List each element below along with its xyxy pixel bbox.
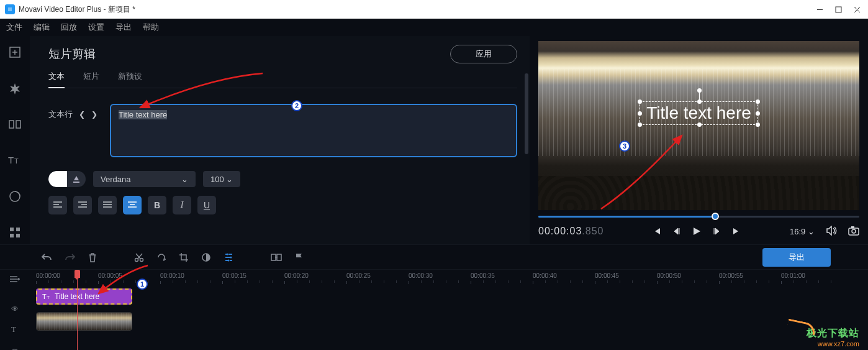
svg-text:T: T: [47, 295, 50, 300]
align-justify-button[interactable]: [98, 196, 117, 214]
color-adjust-icon[interactable]: [201, 252, 211, 262]
ruler-mark: 00:00:15: [222, 272, 246, 279]
seek-thumb[interactable]: [712, 213, 719, 220]
color-swatch[interactable]: [48, 171, 67, 187]
resize-handle[interactable]: [756, 122, 760, 127]
italic-button[interactable]: I: [173, 196, 191, 214]
prev-text-icon[interactable]: ❮: [79, 110, 85, 119]
filters-icon[interactable]: [6, 80, 24, 97]
next-clip-icon[interactable]: [731, 226, 742, 236]
track-title-icon: T: [11, 325, 19, 334]
marker-icon[interactable]: [294, 252, 303, 262]
minimize-button[interactable]: [816, 6, 823, 13]
resize-handle[interactable]: [638, 111, 642, 116]
track-link-icon[interactable]: [11, 346, 19, 350]
underline-button[interactable]: U: [197, 196, 216, 214]
prev-clip-icon[interactable]: [651, 226, 662, 236]
svg-point-19: [227, 253, 228, 255]
text-color-picker[interactable]: [48, 171, 86, 187]
add-media-icon[interactable]: [6, 44, 24, 61]
menu-export[interactable]: 导出: [115, 22, 132, 33]
play-icon[interactable]: [691, 226, 702, 236]
menu-playback[interactable]: 回放: [61, 22, 77, 33]
text-line-label: 文本行: [48, 109, 73, 120]
preview-canvas[interactable]: Title text here 3: [538, 41, 859, 210]
ruler-mark: 00:00:30: [409, 272, 433, 279]
redo-icon[interactable]: [65, 252, 76, 262]
rotate-handle[interactable]: [697, 88, 702, 93]
svg-rect-11: [16, 234, 20, 237]
track-visible-icon[interactable]: 👁: [11, 305, 19, 313]
resize-handle[interactable]: [756, 99, 760, 104]
svg-text:T: T: [42, 293, 47, 300]
svg-rect-10: [10, 234, 14, 237]
timeline-body[interactable]: 00:00:0000:00:0500:00:1000:00:1500:00:20…: [30, 270, 868, 350]
ruler-mark: 00:00:25: [346, 272, 371, 279]
resize-handle[interactable]: [638, 122, 642, 127]
svg-text:T: T: [14, 157, 19, 165]
align-left-button[interactable]: [48, 196, 67, 214]
transition-wizard-icon[interactable]: [271, 252, 282, 262]
more-tools-icon[interactable]: [6, 224, 24, 241]
video-clip[interactable]: [36, 312, 132, 331]
resize-handle[interactable]: [638, 99, 642, 104]
panel-scrollbar[interactable]: [525, 73, 528, 154]
snapshot-icon[interactable]: [848, 226, 859, 237]
volume-icon[interactable]: [826, 226, 837, 237]
undo-icon[interactable]: [41, 252, 52, 262]
frame-forward-icon[interactable]: [711, 226, 722, 236]
svg-rect-23: [277, 254, 281, 260]
app-icon: [5, 4, 15, 14]
ruler-mark: 00:00:50: [657, 272, 681, 279]
frame-back-icon[interactable]: [671, 226, 682, 236]
menu-edit[interactable]: 编辑: [34, 22, 50, 33]
watermark: 极光下载站 www.xz7.com: [807, 327, 859, 348]
align-right-button[interactable]: [73, 196, 92, 214]
menu-help[interactable]: 帮助: [143, 22, 159, 33]
font-dropdown[interactable]: Verdana⌄: [93, 171, 196, 187]
fill-icon[interactable]: [67, 174, 86, 184]
transition-icon[interactable]: [6, 116, 24, 133]
timeline-ruler[interactable]: 00:00:0000:00:0500:00:1000:00:1500:00:20…: [30, 270, 868, 285]
resize-handle[interactable]: [697, 122, 702, 127]
timecode: 00:00:03.850: [538, 226, 604, 237]
cut-icon[interactable]: [134, 252, 144, 262]
add-track-icon[interactable]: [9, 275, 20, 286]
window-title: Movavi Video Editor Plus - 新项目 *: [19, 4, 816, 15]
ruler-mark: 00:00:00: [36, 272, 60, 279]
svg-text:T: T: [8, 155, 14, 165]
ruler-mark: 00:01:00: [781, 272, 805, 279]
align-center-button[interactable]: [123, 196, 142, 214]
titles-icon[interactable]: TT: [6, 152, 24, 169]
crop-icon[interactable]: [179, 252, 189, 262]
stickers-icon[interactable]: [6, 188, 24, 205]
maximize-button[interactable]: [834, 6, 842, 13]
tab-text[interactable]: 文本: [48, 71, 65, 88]
svg-rect-1: [836, 7, 841, 12]
svg-point-14: [852, 229, 856, 233]
export-button[interactable]: 导出: [762, 248, 831, 267]
aspect-ratio-selector[interactable]: 16:9 ⌄: [790, 227, 815, 236]
bold-button[interactable]: B: [148, 196, 166, 214]
tab-clip[interactable]: 短片: [83, 71, 99, 83]
title-overlay[interactable]: Title text here: [640, 101, 758, 125]
menu-file[interactable]: 文件: [6, 22, 22, 33]
svg-rect-12: [73, 182, 79, 183]
svg-rect-4: [16, 121, 20, 128]
close-button[interactable]: [853, 6, 861, 13]
menu-settings[interactable]: 设置: [88, 22, 104, 33]
chevron-down-icon: ⌄: [226, 175, 233, 184]
font-size-dropdown[interactable]: 100⌄: [203, 171, 240, 187]
ruler-mark: 00:00:10: [160, 272, 184, 279]
svg-point-17: [140, 258, 143, 261]
clip-properties-icon[interactable]: [224, 252, 233, 262]
rotate-icon[interactable]: [156, 252, 166, 262]
ruler-mark: 00:00:20: [284, 272, 309, 279]
resize-handle[interactable]: [756, 111, 760, 116]
playhead[interactable]: [77, 270, 78, 350]
delete-icon[interactable]: [88, 252, 97, 262]
next-text-icon[interactable]: ❯: [91, 110, 97, 119]
resize-handle[interactable]: [697, 99, 702, 104]
apply-button[interactable]: 应用: [450, 45, 517, 63]
preview-seekbar[interactable]: [538, 214, 859, 219]
